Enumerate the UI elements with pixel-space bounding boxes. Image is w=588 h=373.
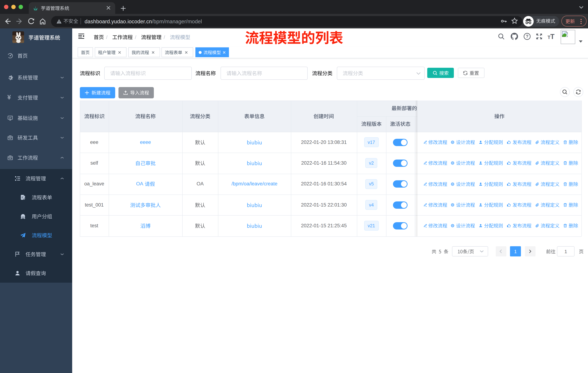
svg-text:T: T (550, 33, 555, 40)
svg-text:T: T (547, 35, 550, 40)
svg-text:?: ? (526, 34, 528, 39)
